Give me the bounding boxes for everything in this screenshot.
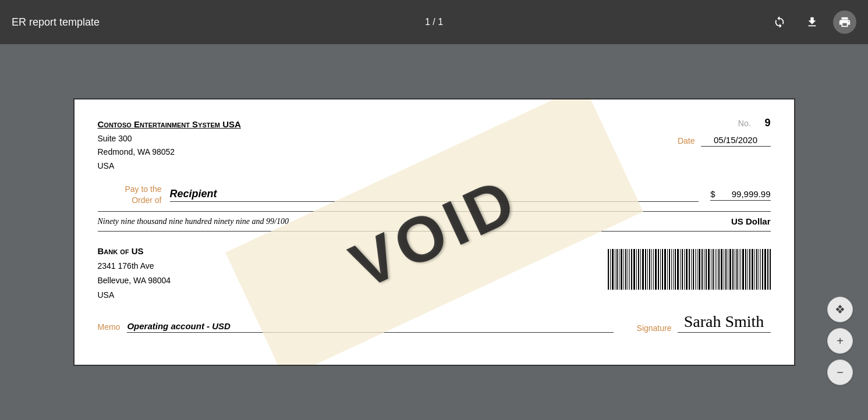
svg-rect-46 xyxy=(708,249,710,290)
svg-rect-71 xyxy=(762,249,763,290)
svg-rect-23 xyxy=(658,249,659,290)
svg-rect-29 xyxy=(671,249,672,290)
topbar: ER report template 1 / 1 xyxy=(0,0,868,44)
svg-rect-22 xyxy=(655,249,657,290)
svg-rect-7 xyxy=(623,249,624,290)
svg-rect-32 xyxy=(677,249,679,290)
svg-rect-12 xyxy=(633,249,635,290)
svg-rect-55 xyxy=(728,249,728,290)
svg-rect-38 xyxy=(691,249,692,290)
svg-rect-69 xyxy=(759,249,759,290)
app-title: ER report template xyxy=(12,16,100,29)
amount-value: 99,999.99 xyxy=(718,189,771,199)
bottom-section: Memo Operating account - USD Signature S… xyxy=(98,312,771,333)
svg-rect-0 xyxy=(608,249,609,290)
svg-rect-9 xyxy=(628,249,628,290)
check-document: Contoso Entertainment System USA Suite 3… xyxy=(73,98,795,366)
side-buttons: ❖ + − xyxy=(827,297,853,385)
signature-name: Sarah Smith xyxy=(678,312,771,333)
date-section: Date 05/15/2020 xyxy=(678,135,771,147)
bank-address-3: USA xyxy=(98,288,171,302)
svg-rect-70 xyxy=(760,249,761,290)
svg-rect-17 xyxy=(645,249,646,290)
svg-rect-30 xyxy=(673,249,674,290)
amount-box: $ 99,999.99 xyxy=(710,189,770,201)
rotate-button[interactable] xyxy=(768,10,791,34)
check-no-value: 9 xyxy=(764,117,770,129)
svg-rect-5 xyxy=(619,249,619,290)
svg-rect-16 xyxy=(642,249,644,290)
expand-icon: ❖ xyxy=(835,302,845,316)
recipient-name: Recipient xyxy=(170,188,699,202)
bank-name: Bank of US xyxy=(98,243,171,259)
svg-rect-61 xyxy=(741,249,741,290)
svg-rect-65 xyxy=(749,249,750,290)
page-indicator: 1 / 1 xyxy=(425,17,443,27)
svg-rect-28 xyxy=(669,249,670,290)
pay-section: Pay to the Order of Recipient $ 99,999.9… xyxy=(98,184,771,207)
print-button[interactable] xyxy=(833,10,856,34)
pay-label-line1: Pay to the xyxy=(98,184,162,195)
svg-rect-31 xyxy=(675,249,676,290)
svg-rect-33 xyxy=(680,249,681,290)
svg-rect-68 xyxy=(756,249,757,290)
svg-rect-49 xyxy=(715,249,715,290)
zoom-out-icon: − xyxy=(837,366,844,379)
pay-label-line2: Order of xyxy=(98,195,162,207)
download-button[interactable] xyxy=(800,10,824,34)
bank-address-1: 2341 176th Ave xyxy=(98,259,171,273)
svg-rect-56 xyxy=(729,249,731,290)
svg-rect-62 xyxy=(742,249,744,290)
svg-rect-50 xyxy=(717,249,717,290)
svg-rect-63 xyxy=(745,249,746,290)
svg-rect-57 xyxy=(732,249,734,290)
barcode-image xyxy=(608,249,771,290)
svg-rect-2 xyxy=(612,249,614,290)
date-label: Date xyxy=(678,136,695,145)
bank-address-2: Bellevue, WA 98004 xyxy=(98,273,171,288)
company-address-2: Redmond, WA 98052 xyxy=(98,145,241,159)
company-address-3: USA xyxy=(98,159,241,173)
svg-rect-35 xyxy=(684,249,685,290)
svg-rect-64 xyxy=(747,249,748,290)
svg-rect-21 xyxy=(653,249,654,290)
svg-rect-15 xyxy=(640,249,641,290)
expand-button[interactable]: ❖ xyxy=(827,297,853,322)
barcode-area xyxy=(608,249,771,290)
topbar-actions xyxy=(768,10,856,34)
zoom-in-icon: + xyxy=(837,334,844,348)
pay-label: Pay to the Order of xyxy=(98,184,162,207)
svg-rect-14 xyxy=(638,249,639,290)
amount-in-words: Ninety nine thousand nine hundred ninety… xyxy=(98,217,725,226)
signature-section: Signature Sarah Smith xyxy=(637,312,771,333)
words-section: Ninety nine thousand nine hundred ninety… xyxy=(98,211,771,232)
svg-rect-40 xyxy=(695,249,696,290)
svg-rect-45 xyxy=(706,249,707,290)
svg-rect-43 xyxy=(702,249,703,290)
svg-rect-59 xyxy=(736,249,738,290)
svg-rect-66 xyxy=(752,249,753,290)
svg-rect-53 xyxy=(724,249,724,290)
svg-rect-11 xyxy=(631,249,632,290)
signature-label: Signature xyxy=(637,323,672,333)
svg-rect-3 xyxy=(615,249,615,290)
svg-rect-47 xyxy=(711,249,711,290)
svg-rect-44 xyxy=(704,249,704,290)
check-header: Contoso Entertainment System USA Suite 3… xyxy=(98,117,771,173)
zoom-out-button[interactable]: − xyxy=(827,360,853,385)
svg-rect-58 xyxy=(735,249,735,290)
memo-value: Operating account - USD xyxy=(127,321,613,333)
svg-rect-36 xyxy=(686,249,688,290)
svg-rect-25 xyxy=(662,249,663,290)
zoom-in-button[interactable]: + xyxy=(827,328,853,354)
date-value: 05/15/2020 xyxy=(701,135,771,147)
svg-rect-39 xyxy=(693,249,694,290)
memo-section: Memo Operating account - USD xyxy=(98,321,614,333)
svg-rect-67 xyxy=(754,249,755,290)
svg-rect-54 xyxy=(725,249,727,290)
svg-rect-60 xyxy=(739,249,739,290)
svg-rect-10 xyxy=(629,249,630,290)
svg-rect-1 xyxy=(610,249,611,290)
company-address-1: Suite 300 xyxy=(98,132,241,146)
svg-rect-8 xyxy=(625,249,626,290)
